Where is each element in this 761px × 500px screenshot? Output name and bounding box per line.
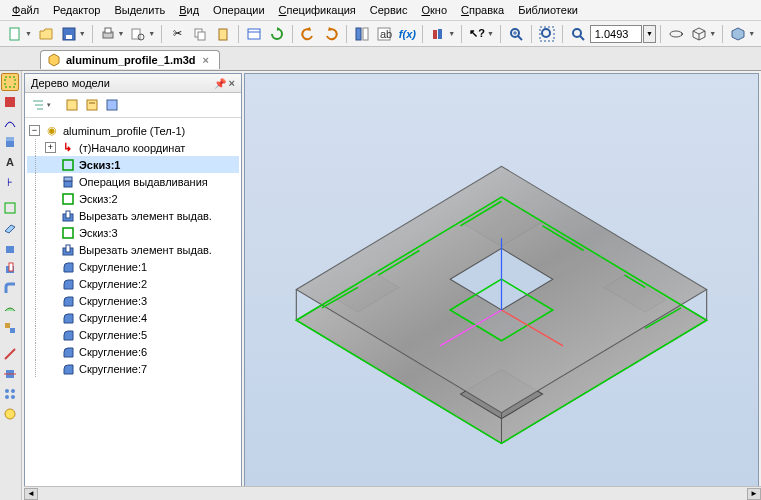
tree-item[interactable]: Операция выдавливания [27, 173, 239, 190]
palette-select-icon[interactable] [1, 73, 19, 91]
palette-assembly-icon[interactable] [1, 319, 19, 337]
tree-view-icon[interactable] [29, 96, 47, 114]
menu-file[interactable]: Файл [6, 2, 45, 18]
palette-measure-icon[interactable] [1, 345, 19, 363]
pin-icon[interactable]: 📌 [214, 78, 226, 89]
menu-help[interactable]: Справка [455, 2, 510, 18]
palette-dim-icon[interactable]: ⊦ [1, 173, 19, 191]
tree-item[interactable]: Вырезать элемент выдав. [27, 241, 239, 258]
new-dropdown[interactable]: ▼ [25, 30, 32, 37]
svg-rect-52 [63, 160, 73, 170]
tree-item[interactable]: Вырезать элемент выдав. [27, 207, 239, 224]
tree-item[interactable]: Скругление:4 [27, 309, 239, 326]
menu-operations[interactable]: Операции [207, 2, 270, 18]
properties-button[interactable] [243, 23, 265, 45]
menu-libs[interactable]: Библиотеки [512, 2, 584, 18]
redo-button[interactable] [320, 23, 342, 45]
print-button[interactable] [97, 23, 119, 45]
svg-rect-32 [6, 246, 14, 253]
print-dropdown[interactable]: ▼ [118, 30, 125, 37]
panel-close-icon[interactable]: × [229, 77, 235, 89]
paste-button[interactable] [212, 23, 234, 45]
refresh-button[interactable] [266, 23, 288, 45]
zoom-window-button[interactable] [567, 23, 589, 45]
open-button[interactable] [35, 23, 57, 45]
expand-icon[interactable]: + [45, 142, 56, 153]
fx-button[interactable]: f(x) [396, 23, 418, 45]
tree-item[interactable]: Эскиз:1 [27, 156, 239, 173]
palette-pattern-icon[interactable] [1, 385, 19, 403]
palette-curve-icon[interactable] [1, 113, 19, 131]
palette-render-icon[interactable] [1, 405, 19, 423]
rotate-button[interactable] [665, 23, 687, 45]
lib-button[interactable] [427, 23, 449, 45]
save-dropdown[interactable]: ▼ [79, 30, 86, 37]
copy-button[interactable] [189, 23, 211, 45]
palette-cut-icon[interactable] [1, 259, 19, 277]
tree-item[interactable]: +↳(т)Начало координат [27, 139, 239, 156]
menu-select[interactable]: Выделить [108, 2, 171, 18]
tree-item[interactable]: Эскиз:2 [27, 190, 239, 207]
model-render-icon [245, 74, 758, 500]
menu-edit[interactable]: Редактор [47, 2, 106, 18]
palette-body-icon[interactable] [1, 239, 19, 257]
collapse-icon[interactable]: − [29, 125, 40, 136]
palette-section-icon[interactable] [1, 365, 19, 383]
zoom-input[interactable]: 1.0493 [590, 25, 642, 43]
menu-bar: Файл Редактор Выделить Вид Операции Спец… [0, 0, 761, 21]
3d-viewport[interactable] [244, 73, 759, 500]
new-button[interactable] [4, 23, 26, 45]
undo-button[interactable] [297, 23, 319, 45]
palette-extrude-icon[interactable] [1, 133, 19, 151]
menu-service[interactable]: Сервис [364, 2, 414, 18]
palette-surface-icon[interactable] [1, 299, 19, 317]
vars-button[interactable]: ab [374, 23, 396, 45]
menu-window[interactable]: Окно [415, 2, 453, 18]
svg-line-25 [580, 36, 584, 40]
help-dropdown[interactable]: ▼ [487, 30, 494, 37]
tree-item[interactable]: Скругление:3 [27, 292, 239, 309]
tree-item[interactable]: Скругление:2 [27, 275, 239, 292]
scroll-left-icon[interactable]: ◄ [24, 488, 38, 500]
tab-close-icon[interactable]: × [201, 54, 211, 66]
tree-filter2-icon[interactable] [83, 96, 101, 114]
render-dropdown[interactable]: ▼ [748, 30, 755, 37]
tree-item[interactable]: Скругление:6 [27, 343, 239, 360]
fit-view-button[interactable] [536, 23, 558, 45]
svg-rect-17 [438, 29, 442, 39]
tree-item[interactable]: Скругление:7 [27, 360, 239, 377]
tree-filter3-icon[interactable] [103, 96, 121, 114]
svg-rect-27 [5, 77, 15, 87]
tree-view-dropdown[interactable]: ▾ [47, 101, 51, 109]
palette-sketch-icon[interactable] [1, 199, 19, 217]
palette-round-icon[interactable] [1, 279, 19, 297]
zoom-in-button[interactable] [505, 23, 527, 45]
palette-text-icon[interactable]: A [1, 153, 19, 171]
cut-button[interactable]: ✂ [166, 23, 188, 45]
tree-root[interactable]: − ◉ aluminum_profile (Тел-1) [27, 122, 239, 139]
scroll-right-icon[interactable]: ► [747, 488, 761, 500]
document-tab[interactable]: aluminum_profile_1.m3d × [40, 50, 220, 69]
palette-plane-icon[interactable] [1, 219, 19, 237]
svg-rect-4 [105, 28, 111, 33]
render-button[interactable] [727, 23, 749, 45]
preview-button[interactable] [127, 23, 149, 45]
orient-dropdown[interactable]: ▼ [709, 30, 716, 37]
tree-filter1-icon[interactable] [63, 96, 81, 114]
help-cursor-button[interactable]: ↖? [466, 23, 488, 45]
orient-button[interactable] [688, 23, 710, 45]
tree-item[interactable]: Скругление:5 [27, 326, 239, 343]
preview-dropdown[interactable]: ▼ [148, 30, 155, 37]
palette-edit-icon[interactable] [1, 93, 19, 111]
svg-point-41 [11, 389, 15, 393]
lib-dropdown[interactable]: ▼ [448, 30, 455, 37]
h-scrollbar[interactable]: ◄ ► [24, 486, 761, 500]
tree-item[interactable]: Эскиз:3 [27, 224, 239, 241]
svg-rect-35 [5, 323, 10, 328]
menu-view[interactable]: Вид [173, 2, 205, 18]
manager-button[interactable] [351, 23, 373, 45]
menu-spec[interactable]: Спецификация [273, 2, 362, 18]
save-button[interactable] [58, 23, 80, 45]
tree-item[interactable]: Скругление:1 [27, 258, 239, 275]
zoom-select[interactable]: ▼ [643, 25, 657, 43]
